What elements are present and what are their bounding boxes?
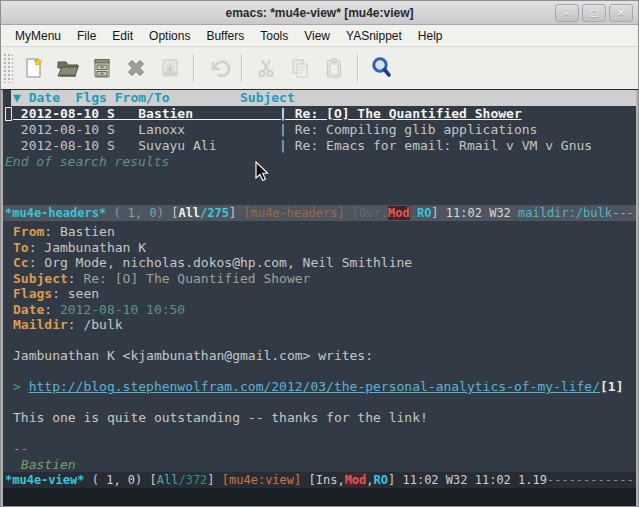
copy-button (283, 52, 317, 84)
menu-options[interactable]: Options (141, 27, 198, 45)
blank-line (13, 395, 636, 411)
title-bar[interactable]: emacs: *mu4e-view* [mu4e:view] – □ ✕ (1, 1, 638, 25)
message-row[interactable]: 2012-08-10 S Suvayu Ali | Re: Emacs for … (3, 138, 636, 154)
toolbar-grip[interactable] (3, 53, 13, 83)
field-separator: : (29, 255, 45, 270)
modeline-bracket: [ (150, 473, 157, 487)
modeline-readonly-flag[interactable]: RO (374, 473, 388, 487)
field-separator: : (52, 286, 68, 301)
modeline-buffer-name[interactable]: *mu4e-view* (5, 473, 84, 487)
emacs-frame-body: ▼ Date Flgs From/To Subject 2012-08-10 S… (1, 90, 638, 507)
menu-help[interactable]: Help (410, 27, 451, 45)
delete-button[interactable] (119, 52, 153, 84)
mu4e-view-window: From: Bastien To: Jambunathan K Cc: Org … (3, 221, 636, 472)
field-value: /bulk (83, 317, 122, 332)
new-file-icon (22, 56, 46, 80)
end-of-search-marker: End of search results (3, 154, 636, 170)
headers-header-line: ▼ Date Flgs From/To Subject (3, 90, 636, 106)
open-folder-icon (55, 56, 81, 80)
field-label: Subject (13, 271, 68, 286)
signature-separator: -- (13, 441, 636, 457)
undo-button (201, 52, 235, 84)
close-button[interactable]: ✕ (609, 4, 633, 22)
field-separator: : (44, 224, 60, 239)
modeline-dashes: -------------------- (612, 206, 636, 220)
field-label: Date (13, 302, 44, 317)
headers-columns[interactable]: ▼ Date Flgs From/To Subject (11, 90, 636, 106)
hollow-cursor (5, 107, 12, 121)
save-icon (90, 56, 114, 80)
modeline-dashes: -------------------- (547, 473, 636, 487)
menu-yasnippet[interactable]: YASnippet (338, 27, 410, 45)
open-file-button[interactable] (51, 52, 85, 84)
paste-button (317, 52, 351, 84)
modeline-bracket: ] (207, 473, 221, 487)
minibuffer-echo-area[interactable] (3, 488, 636, 506)
modeline-modified-flag[interactable]: Mod (388, 206, 410, 220)
window-title: emacs: *mu4e-view* [mu4e:view] (225, 6, 413, 20)
menu-buffers[interactable]: Buffers (198, 27, 252, 45)
field-separator: : (68, 317, 84, 332)
cut-scissors-icon (254, 56, 278, 80)
field-value: Org Mode, nicholas.dokos@hp.com, Neil Sm… (44, 255, 412, 270)
signature: Bastien (13, 457, 636, 473)
menu-mymenu[interactable]: MyMenu (7, 27, 69, 45)
menu-tools[interactable]: Tools (252, 27, 296, 45)
menu-bar: MyMenu File Edit Options Buffers Tools V… (1, 25, 638, 47)
maximize-button[interactable]: □ (582, 4, 606, 22)
modeline-major-mode[interactable]: [mu4e:view] (222, 473, 301, 487)
modeline-major-mode[interactable]: [mu4e-headers] (243, 206, 344, 220)
link-footnote-ref: [1] (600, 379, 623, 394)
body-intro: Jambunathan K <kjambunathan@gmail.com> w… (13, 348, 636, 364)
blank-line (13, 364, 636, 380)
menu-view[interactable]: View (296, 27, 338, 45)
paste-clipboard-icon (322, 56, 346, 80)
toolbar-separator (357, 54, 359, 82)
save-as-button (153, 52, 187, 84)
modeline-comma: , (410, 206, 417, 220)
field-from: From: Bastien (13, 224, 636, 240)
mouse-pointer-icon (255, 161, 271, 183)
emacs-window: emacs: *mu4e-view* [mu4e:view] – □ ✕ MyM… (0, 0, 639, 507)
modeline-comma: , (366, 473, 373, 487)
search-button[interactable] (365, 52, 399, 84)
field-label: Flags (13, 286, 52, 301)
field-flags: Flags: seen (13, 286, 636, 302)
modeline-count: /275 (200, 206, 229, 220)
menu-edit[interactable]: Edit (104, 27, 141, 45)
new-file-button[interactable] (17, 52, 51, 84)
modeline-filter[interactable]: All (178, 206, 200, 220)
message-row-text: 2012-08-10 S Suvayu Ali | Re: Emacs for … (13, 138, 592, 153)
modeline-time: 11:02 W32 (446, 206, 518, 220)
save-button[interactable] (85, 52, 119, 84)
field-separator: : (29, 240, 45, 255)
modeline-count: /372 (178, 473, 207, 487)
toolbar-separator (193, 54, 195, 82)
modeline-bracket: ] (388, 473, 402, 487)
modeline-filter[interactable]: All (157, 473, 179, 487)
modeline-modified-flag[interactable]: Mod (345, 473, 367, 487)
field-maildir: Maildir: /bulk (13, 317, 636, 333)
modeline-readonly-flag[interactable]: RO (417, 206, 431, 220)
field-value: seen (68, 286, 99, 301)
modeline-flags: [Ins, (301, 473, 344, 487)
modeline-buffer-name[interactable]: *mu4e-headers* (5, 206, 106, 220)
mode-line-headers: *mu4e-headers* ( 1, 0) [All/275] [mu4e-h… (3, 205, 636, 221)
body-link[interactable]: http://blog.stephenwolfram.com/2012/03/t… (29, 379, 600, 394)
field-label: Cc (13, 255, 29, 270)
field-to: To: Jambunathan K (13, 240, 636, 256)
mode-line-view: *mu4e-view* ( 1, 0) [All/372] [mu4e:view… (3, 472, 636, 488)
minimize-button[interactable]: – (555, 4, 579, 22)
modeline-maildir: maildir:/bulk (518, 206, 612, 220)
toolbar-separator (241, 54, 243, 82)
save-as-icon (158, 56, 182, 80)
mu4e-headers-window: 2012-08-10 S Bastien | Re: [O] The Quant… (3, 106, 636, 205)
field-subject: Subject: Re: [O] The Quantified Shower (13, 271, 636, 287)
body-reply: This one is quite outstanding -- thanks … (13, 410, 636, 426)
message-row-text: 2012-08-10 S Bastien | Re: [O] The Quant… (13, 106, 522, 121)
body-quote-line: > http://blog.stephenwolfram.com/2012/03… (13, 379, 636, 395)
message-row[interactable]: 2012-08-10 S Lanoxx | Re: Compiling glib… (3, 122, 636, 138)
menu-file[interactable]: File (69, 27, 104, 45)
field-value: Re: [O] The Quantified Shower (83, 271, 310, 286)
message-row-selected[interactable]: 2012-08-10 S Bastien | Re: [O] The Quant… (3, 106, 636, 122)
